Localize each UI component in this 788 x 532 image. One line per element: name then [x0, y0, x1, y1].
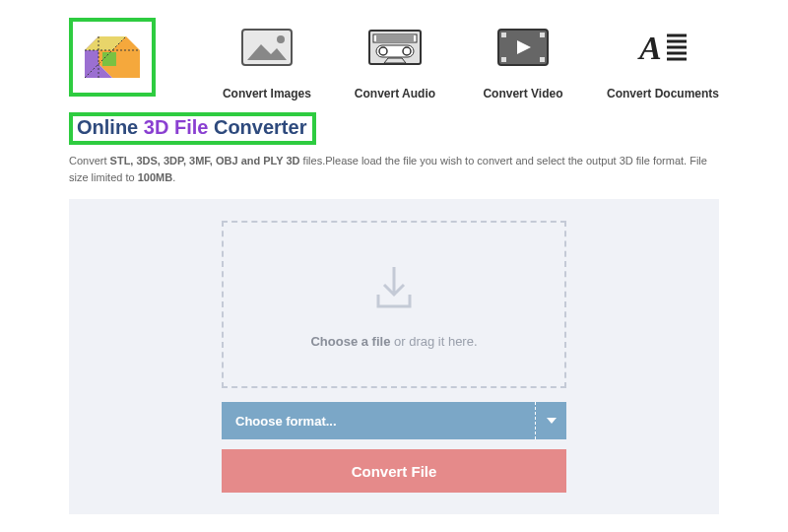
- svg-rect-23: [540, 57, 545, 62]
- format-select[interactable]: Choose format...: [222, 402, 566, 439]
- converter-panel: Choose a file or drag it here. Choose fo…: [69, 199, 719, 514]
- svg-text:A: A: [637, 30, 662, 65]
- file-dropzone[interactable]: Choose a file or drag it here.: [222, 221, 566, 388]
- svg-rect-3: [102, 52, 116, 66]
- title-part2: 3D File: [144, 116, 209, 138]
- logo-3d[interactable]: [69, 18, 156, 97]
- svg-point-8: [277, 35, 285, 43]
- nav-label: Convert Audio: [355, 87, 435, 100]
- format-select-label: Choose format...: [222, 414, 337, 429]
- cube-3d-icon: [81, 29, 144, 86]
- cassette-icon: [368, 28, 422, 67]
- image-icon: [241, 28, 293, 67]
- page-title: Online 3D File Converter: [77, 116, 306, 139]
- nav-convert-images[interactable]: Convert Images: [223, 28, 311, 100]
- nav-convert-video[interactable]: Convert Video: [479, 28, 567, 100]
- svg-rect-20: [501, 33, 506, 37]
- document-icon: A: [637, 28, 689, 67]
- dropzone-text: Choose a file or drag it here.: [310, 334, 477, 349]
- video-icon: [497, 28, 549, 67]
- svg-marker-31: [547, 418, 557, 424]
- download-arrow-icon: [366, 261, 422, 316]
- nav-label: Convert Documents: [607, 87, 719, 100]
- nav-convert-documents[interactable]: A Convert Documents: [607, 28, 719, 100]
- title-part3: Converter: [214, 116, 306, 138]
- convert-button[interactable]: Convert File: [222, 449, 566, 493]
- chevron-down-icon: [535, 402, 566, 439]
- title-part1: Online: [77, 116, 138, 138]
- description-text: Convert STL, 3DS, 3DP, 3MF, OBJ and PLY …: [0, 149, 788, 193]
- svg-rect-22: [540, 33, 545, 37]
- nav-label: Convert Images: [223, 87, 311, 100]
- svg-rect-21: [501, 57, 506, 62]
- page-title-box: Online 3D File Converter: [69, 112, 316, 145]
- nav-convert-audio[interactable]: Convert Audio: [351, 28, 439, 100]
- nav-label: Convert Video: [483, 87, 562, 100]
